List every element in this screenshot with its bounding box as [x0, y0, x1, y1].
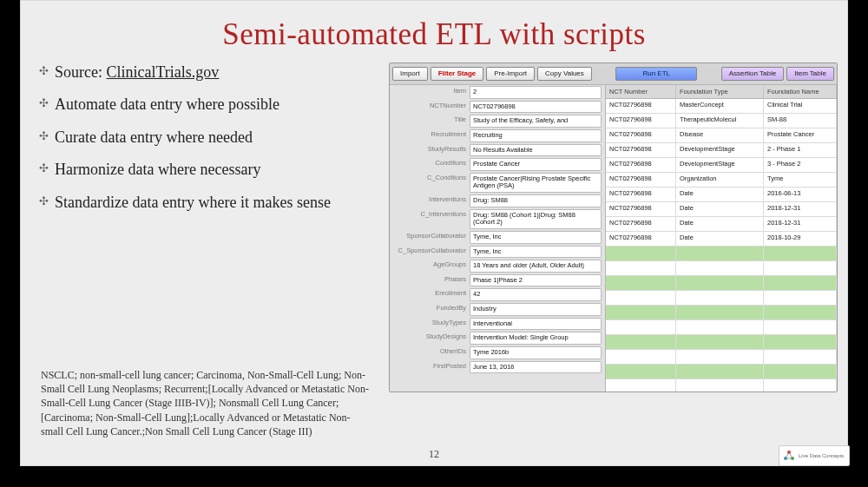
table-row[interactable]	[606, 276, 837, 291]
source-link[interactable]: ClinicalTrials.gov	[106, 63, 219, 81]
form-label: StudyResults	[390, 143, 470, 158]
form-label: StudyDesigns	[390, 331, 470, 346]
bullet-item: Standardize data entry where it makes se…	[39, 193, 373, 213]
copy-values-button[interactable]: Copy Values	[537, 67, 592, 81]
table-row[interactable]	[606, 350, 837, 365]
form-label: NCTNumber	[390, 100, 470, 115]
cell-type: DevelopmentStage	[676, 143, 764, 157]
form-value[interactable]: Tyme 2016b	[470, 346, 602, 359]
form-value[interactable]: Prostate Cancer|Rising Prostate Specific…	[470, 173, 602, 193]
bullet-item: Curate data entry where needed	[39, 128, 373, 148]
form-value[interactable]: Study of the Efficacy, Safety, and	[470, 115, 602, 128]
form-value[interactable]: 18 Years and older (Adult, Older Adult)	[470, 260, 602, 273]
cell-name: Clinical Trial	[764, 99, 837, 113]
cell-type: MasterConcept	[676, 99, 764, 113]
table-row[interactable]: NCT02796898DevelopmentStage2 - Phase 1	[606, 143, 837, 158]
slide: Semi-automated ETL with scripts Source: …	[20, 0, 848, 466]
cell-type: Date	[676, 217, 764, 231]
form-label: Interventions	[390, 194, 470, 208]
cell-type: Date	[676, 232, 764, 246]
form-value[interactable]: 2	[470, 86, 602, 99]
form-value[interactable]: Intervention Model: Single Group	[470, 332, 602, 345]
table-row[interactable]: NCT02796898MasterConceptClinical Trial	[606, 99, 837, 114]
form-value[interactable]: Recruiting	[470, 129, 602, 142]
table-row[interactable]: NCT02796898DiseaseProstate Cancer	[606, 128, 837, 143]
table-row[interactable]: NCT02796898Date2018-10-29	[606, 232, 837, 247]
form-value[interactable]: Phase 1|Phase 2	[470, 274, 602, 287]
run-etl-button[interactable]: Run ETL	[615, 67, 697, 81]
grid-header-cell: Foundation Name	[764, 85, 837, 98]
form-row: StudyResultsNo Results Available	[390, 143, 605, 158]
cell-nct: NCT02796898	[606, 232, 676, 246]
filter-stage-button[interactable]: Filter Stage	[431, 67, 484, 81]
cell-name: 2018-12-31	[764, 217, 837, 231]
cell-nct: NCT02796898	[606, 114, 676, 128]
panel-split: Item2NCTNumberNCT02796898TitleStudy of t…	[390, 85, 837, 392]
form-label: OtherIDs	[390, 346, 470, 360]
grid-header-cell: Foundation Type	[676, 85, 764, 98]
form-pane: Item2NCTNumberNCT02796898TitleStudy of t…	[390, 85, 606, 392]
toolbar: Import Filter Stage Pre-Import Copy Valu…	[390, 63, 837, 85]
form-row: AgeGroups18 Years and older (Adult, Olde…	[390, 259, 605, 273]
form-row: RecruitmentRecruiting	[390, 128, 605, 143]
item-table-button[interactable]: Item Table	[786, 67, 834, 81]
table-row[interactable]	[606, 261, 837, 276]
form-value[interactable]: Prostate Cancer	[470, 158, 602, 171]
slide-body: Source: ClinicalTrials.gov Automate data…	[20, 63, 848, 392]
table-row[interactable]: NCT02796898Date2018-12-31	[606, 217, 837, 232]
form-row: Item2	[390, 85, 605, 100]
etl-panel: Import Filter Stage Pre-Import Copy Valu…	[389, 63, 838, 392]
grid-header: NCT Number Foundation Type Foundation Na…	[606, 85, 837, 99]
form-value[interactable]: Industry	[470, 303, 602, 316]
table-row[interactable]: NCT02796898TherapeuticMoleculSM-88	[606, 114, 837, 128]
import-button[interactable]: Import	[392, 67, 428, 81]
cell-name: 2018-12-31	[764, 202, 837, 216]
form-row: StudyDesignsIntervention Model: Single G…	[390, 331, 605, 346]
form-value[interactable]: Tyme, Inc	[470, 246, 602, 259]
table-row[interactable]: NCT02796898Date2018-12-31	[606, 202, 837, 217]
assertion-table-button[interactable]: Assertion Table	[721, 67, 785, 81]
cell-name: Prostate Cancer	[764, 128, 837, 142]
form-value[interactable]: NCT02796898	[470, 101, 602, 114]
cell-nct: NCT02796898	[606, 202, 676, 216]
table-row[interactable]	[606, 335, 837, 350]
form-label: FundedBy	[390, 302, 470, 317]
form-value[interactable]: Drug: SM88 (Cohort 1)|Drug: SM88 (Cohort…	[470, 209, 602, 229]
form-value[interactable]: June 13, 2016	[470, 361, 602, 374]
form-value[interactable]: No Results Available	[470, 144, 602, 157]
table-row[interactable]: NCT02796898Date2016-06-13	[606, 188, 837, 202]
table-row[interactable]	[606, 291, 837, 306]
form-row: InterventionsDrug: SM88	[390, 194, 605, 208]
form-row: FundedByIndustry	[390, 302, 605, 317]
cell-nct: NCT02796898	[606, 188, 676, 201]
footnote: NSCLC; non-small-cell lung cancer; Carci…	[41, 368, 371, 438]
form-label: SponsorCollaborator	[390, 230, 470, 245]
form-value[interactable]: 42	[470, 288, 602, 301]
form-value[interactable]: Interventional	[470, 318, 602, 331]
cell-name: 3 - Phase 2	[764, 158, 837, 172]
svg-line-3	[786, 452, 789, 458]
slide-title: Semi-automated ETL with scripts	[20, 0, 848, 52]
table-row[interactable]: NCT02796898OrganizationTyme	[606, 173, 837, 188]
form-label: Conditions	[390, 157, 470, 172]
form-label: Item	[390, 85, 470, 100]
bullet-item: Harmonize data where necessary	[39, 160, 373, 180]
cell-type: Date	[676, 188, 764, 201]
table-row[interactable]	[606, 365, 837, 379]
table-row[interactable]	[606, 320, 837, 335]
form-row: NCTNumberNCT02796898	[390, 100, 605, 115]
form-row: StudyTypesInterventional	[390, 317, 605, 332]
form-row: C_ConditionsProstate Cancer|Rising Prost…	[390, 172, 605, 194]
pre-import-button[interactable]: Pre-Import	[486, 67, 535, 81]
table-row[interactable]	[606, 379, 837, 392]
grid-header-cell: NCT Number	[606, 85, 676, 98]
form-label: AgeGroups	[390, 259, 470, 273]
cell-nct: NCT02796898	[606, 217, 676, 231]
form-value[interactable]: Drug: SM88	[470, 194, 602, 207]
table-row[interactable]: NCT02796898DevelopmentStage3 - Phase 2	[606, 158, 837, 173]
bullet-column: Source: ClinicalTrials.gov Automate data…	[39, 63, 373, 392]
table-row[interactable]	[606, 306, 837, 320]
table-row[interactable]	[606, 247, 837, 261]
watermark-label: Live Data Concepts	[799, 453, 844, 458]
form-value[interactable]: Tyme, Inc	[470, 231, 602, 244]
